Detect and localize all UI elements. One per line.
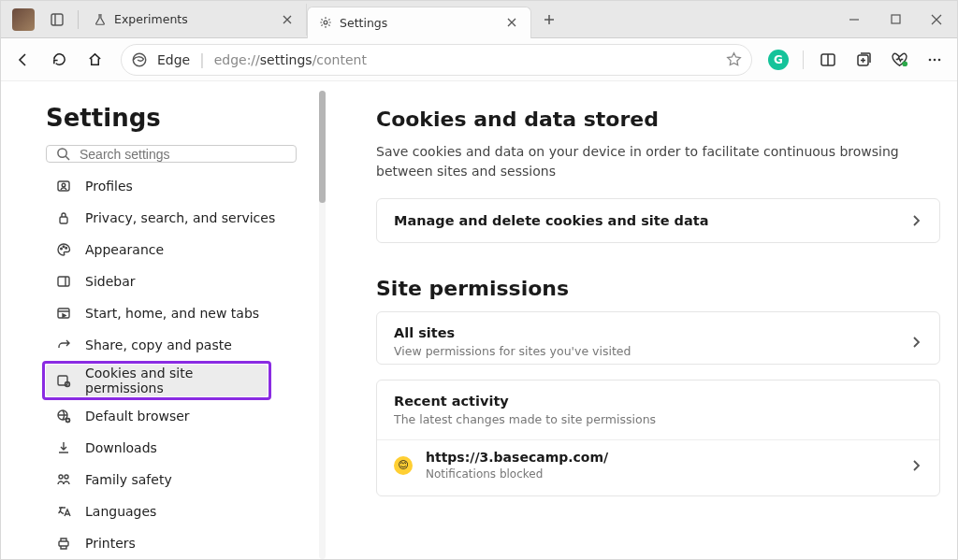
- minimize-button[interactable]: [834, 6, 875, 34]
- svg-point-14: [61, 248, 63, 250]
- palette-icon: [55, 241, 72, 258]
- language-icon: [55, 503, 72, 520]
- chevron-right-icon: [909, 336, 922, 349]
- svg-point-6: [902, 61, 907, 66]
- svg-point-8: [934, 58, 936, 61]
- nav-printers[interactable]: Printers: [46, 527, 297, 559]
- titlebar: Experiments Settings: [1, 1, 957, 38]
- search-settings[interactable]: [46, 145, 297, 163]
- nav-sidebar[interactable]: Sidebar: [46, 266, 297, 297]
- all-sites-label: All sites: [394, 325, 631, 340]
- nav-label: Family safety: [85, 472, 172, 487]
- cookies-desc: Save cookies and data on your device in …: [376, 142, 940, 181]
- lock-icon: [55, 209, 72, 226]
- nav-start-home[interactable]: Start, home, and new tabs: [46, 297, 297, 329]
- svg-rect-17: [58, 277, 69, 286]
- profile-icon: [55, 178, 72, 194]
- recent-activity-item[interactable]: 😊 https://3.basecamp.com/ Notifications …: [377, 440, 939, 495]
- svg-rect-2: [892, 15, 900, 23]
- tab-settings[interactable]: Settings: [307, 7, 531, 38]
- nav-languages[interactable]: Languages: [46, 495, 297, 527]
- split-screen-icon[interactable]: [811, 43, 845, 77]
- manage-cookies-card[interactable]: Manage and delete cookies and site data: [376, 198, 940, 243]
- nav-default-browser[interactable]: Default browser: [46, 400, 297, 432]
- sidebar-icon: [55, 273, 72, 290]
- share-icon: [55, 337, 72, 353]
- all-sites-desc: View permissions for sites you've visite…: [394, 344, 631, 358]
- settings-main: Cookies and data stored Save cookies and…: [327, 81, 957, 559]
- settings-search-input[interactable]: [80, 147, 286, 162]
- home-button[interactable]: [78, 43, 111, 77]
- nav-label: Start, home, and new tabs: [85, 306, 259, 321]
- collections-icon[interactable]: [847, 43, 880, 77]
- site-status: Notifications blocked: [426, 467, 608, 481]
- nav-label: Default browser: [85, 409, 190, 424]
- all-sites-card[interactable]: All sites View permissions for sites you…: [376, 311, 940, 365]
- nav-downloads[interactable]: Downloads: [46, 432, 297, 464]
- recent-activity-card: Recent activity The latest changes made …: [376, 380, 940, 496]
- performance-heart-icon[interactable]: [882, 43, 916, 77]
- tab-actions-icon[interactable]: [46, 8, 68, 31]
- svg-point-9: [938, 58, 941, 61]
- new-tab-button[interactable]: [535, 6, 563, 34]
- favorite-star-icon[interactable]: [726, 51, 742, 67]
- search-icon: [56, 147, 70, 161]
- svg-point-24: [59, 475, 63, 479]
- download-icon: [55, 439, 72, 456]
- globe-gear-icon: [55, 408, 72, 424]
- nav-appearance[interactable]: Appearance: [46, 234, 297, 266]
- svg-point-7: [929, 58, 932, 61]
- address-bar[interactable]: Edge | edge://settings/content: [121, 44, 752, 76]
- nav-profiles[interactable]: Profiles: [46, 170, 297, 202]
- cookie-gear-icon: [55, 372, 72, 389]
- nav-label: Printers: [85, 536, 136, 551]
- maximize-button[interactable]: [875, 6, 916, 34]
- settings-sidebar: Settings Profiles Privacy, search, and s…: [1, 81, 319, 559]
- close-tab-icon[interactable]: [280, 12, 295, 27]
- url-text: edge://settings/content: [214, 52, 367, 67]
- back-button[interactable]: [7, 43, 40, 77]
- nav-label: Cookies and site permissions: [85, 366, 258, 395]
- reload-button[interactable]: [42, 43, 76, 77]
- nav-label: Appearance: [85, 242, 164, 257]
- more-menu-icon[interactable]: [918, 43, 951, 77]
- annotation-highlight: Cookies and site permissions: [42, 361, 271, 400]
- flask-icon: [94, 13, 107, 26]
- browser-toolbar: Edge | edge://settings/content G: [1, 38, 957, 81]
- nav-privacy[interactable]: Privacy, search, and services: [46, 202, 297, 234]
- svg-point-25: [65, 475, 68, 479]
- nav-label: Profiles: [85, 179, 133, 194]
- nav-family[interactable]: Family safety: [46, 464, 297, 495]
- sidebar-scrollbar[interactable]: [319, 91, 326, 559]
- profile-avatar[interactable]: [12, 8, 35, 31]
- svg-point-1: [324, 21, 327, 24]
- tab-experiments[interactable]: Experiments: [82, 4, 307, 36]
- nav-share-copy[interactable]: Share, copy and paste: [46, 329, 297, 361]
- site-url: https://3.basecamp.com/: [426, 450, 608, 465]
- nav-label: Sidebar: [85, 274, 136, 289]
- svg-rect-0: [51, 14, 63, 25]
- site-favicon-icon: 😊: [394, 456, 413, 475]
- svg-rect-13: [60, 217, 67, 223]
- site-permissions-heading: Site permissions: [376, 277, 940, 300]
- extension-grammarly-icon[interactable]: G: [762, 43, 795, 77]
- svg-rect-11: [58, 181, 69, 191]
- settings-heading: Settings: [46, 104, 319, 132]
- nav-label: Downloads: [85, 440, 157, 455]
- window-play-icon: [55, 305, 72, 322]
- settings-nav: Profiles Privacy, search, and services A…: [46, 170, 319, 559]
- nav-cookies-permissions[interactable]: Cookies and site permissions: [46, 365, 268, 396]
- recent-activity-heading: Recent activity: [394, 394, 922, 409]
- manage-cookies-label: Manage and delete cookies and site data: [394, 213, 708, 228]
- close-tab-icon[interactable]: [504, 15, 519, 30]
- edge-logo-icon: [131, 51, 148, 68]
- close-window-button[interactable]: [916, 6, 957, 34]
- edge-label: Edge: [157, 52, 190, 67]
- nav-label: Privacy, search, and services: [85, 210, 275, 225]
- tab-title: Settings: [340, 16, 497, 30]
- settings-content: Settings Profiles Privacy, search, and s…: [1, 81, 957, 559]
- gear-icon: [319, 16, 332, 29]
- svg-point-15: [63, 246, 65, 248]
- nav-label: Share, copy and paste: [85, 337, 232, 352]
- chevron-right-icon: [909, 459, 922, 472]
